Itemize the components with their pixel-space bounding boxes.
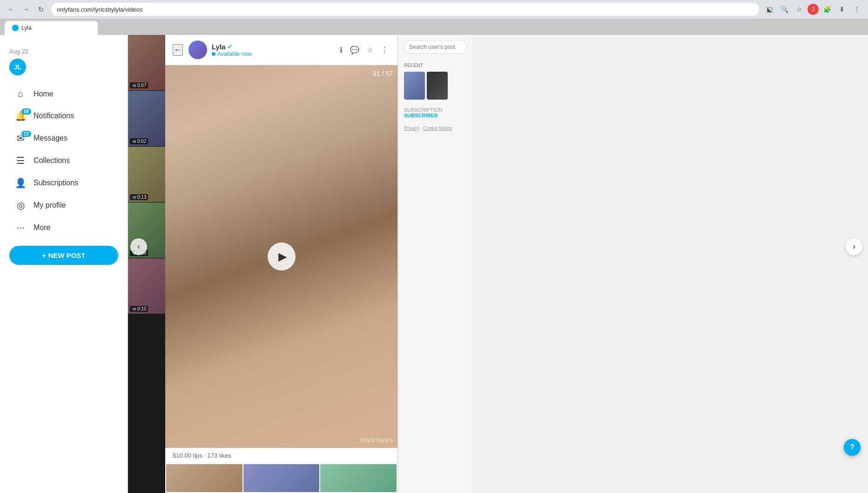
tips-amount: $10.00 tips (173, 452, 202, 459)
sidebar-label-more: More (34, 223, 50, 232)
tips-bar: $10.00 tips · 173 likes (165, 448, 397, 463)
notifications-badge: 88 (21, 108, 31, 115)
sidebar-item-myprofile[interactable]: ◎ My profile (4, 194, 124, 216)
info-button[interactable]: ℹ (338, 44, 344, 56)
next-page-button[interactable]: › (846, 238, 862, 255)
subscription-section: SUBSCRIPTION SUBSCRIBED (398, 103, 472, 122)
post-column: ← Lyla ✓ Available now (165, 35, 398, 493)
video-counter: 31 / 57 (373, 70, 393, 77)
sidebar: Aug 22 JL ⌂ Home 🔔 88 Notifications ✉ 12… (0, 35, 128, 493)
thumb-item-1[interactable]: 📹 0:07 (128, 35, 165, 91)
right-panel: RECENT SUBSCRIPTION SUBSCRIBED Privacy ·… (398, 35, 472, 493)
more-icon: ··· (15, 222, 26, 233)
sidebar-item-notifications[interactable]: 🔔 88 Notifications (4, 105, 124, 127)
more-options-button[interactable]: ⋮ (379, 44, 390, 56)
cast-button[interactable]: ⬕ (763, 3, 776, 16)
subscription-label: SUBSCRIPTION (404, 107, 467, 113)
page-nav-right: › (846, 238, 862, 255)
recent-section: RECENT (398, 59, 472, 103)
star-button[interactable]: ☆ (365, 44, 375, 56)
browser-toolbar: ← → ↻ onlyfans.com/lyricsbylyla/videos ⬕… (0, 0, 868, 19)
thumb-item-5[interactable]: 📹 0:10 (128, 258, 165, 314)
profile-button[interactable]: J (807, 4, 819, 15)
page-nav-left: ‹ (130, 238, 147, 255)
cookie-link[interactable]: Cookie Notice (423, 126, 452, 131)
play-icon: ▶ (278, 250, 287, 263)
video-overlay: ▶ (268, 243, 296, 270)
post-actions: ℹ 💬 ☆ ⋮ (338, 44, 390, 56)
help-button[interactable]: ? (844, 439, 861, 456)
thumb-item-3[interactable]: 📹 0:13 (128, 147, 165, 203)
strip-thumb-1[interactable] (166, 464, 242, 492)
browser-chrome: ← → ↻ onlyfans.com/lyricsbylyla/videos ⬕… (0, 0, 868, 35)
bookmark-button[interactable]: ☆ (793, 3, 806, 16)
recent-thumb-1[interactable] (404, 72, 425, 100)
sidebar-label-messages: Messages (34, 134, 67, 142)
video-icon-3: 📹 (132, 195, 136, 199)
active-tab[interactable]: Lyla (5, 21, 98, 35)
extensions-button[interactable]: 🧩 (821, 3, 834, 16)
thumb-duration-1: 📹 0:07 (130, 82, 148, 88)
thumb-duration-5: 📹 0:10 (130, 306, 148, 312)
video-icon-1: 📹 (132, 83, 136, 88)
online-dot (212, 52, 215, 56)
video-area[interactable]: ▶ 31 / 57 @lyricsbylyla (165, 65, 397, 448)
strip-thumb-3[interactable] (320, 464, 397, 492)
video-icon-5: 📹 (132, 307, 136, 311)
prev-page-button[interactable]: ‹ (130, 238, 147, 255)
nav-buttons: ← → ↻ (5, 3, 47, 16)
thumb-duration-2: 📹 0:02 (130, 138, 148, 144)
bottom-strip (165, 463, 397, 493)
verified-icon: ✓ (227, 43, 233, 50)
of-content: 📹 0:07 📹 0:02 📹 0:13 (128, 35, 868, 493)
thumb-duration-3: 📹 0:13 (130, 194, 148, 200)
thumb-item-2[interactable]: 📹 0:02 (128, 91, 165, 147)
post-username: Lyla ✓ (212, 43, 252, 51)
subscriptions-icon: 👤 (15, 177, 26, 189)
main-content: Aug 22 JL ⌂ Home 🔔 88 Notifications ✉ 12… (0, 35, 868, 493)
post-profile: Lyla ✓ Available now (188, 41, 338, 59)
video-icon-2: 📹 (132, 139, 136, 143)
messages-badge: 12 (21, 131, 31, 137)
sidebar-item-messages[interactable]: ✉ 12 Messages (4, 127, 124, 149)
sidebar-label-collections: Collections (34, 156, 70, 165)
sidebar-item-subscriptions[interactable]: 👤 Subscriptions (4, 172, 124, 194)
browser-actions: ⬕ 🔍 ☆ J 🧩 ⬇ ⋮ (763, 3, 863, 16)
menu-button[interactable]: ⋮ (850, 3, 863, 16)
sidebar-label-home: Home (34, 90, 54, 98)
footer-links: Privacy · Cookie Notice (398, 122, 472, 135)
sidebar-item-more[interactable]: ··· More (4, 216, 124, 238)
online-status: Available now (212, 51, 252, 57)
post-user-info: Lyla ✓ Available now (212, 43, 252, 57)
forward-button[interactable]: → (20, 3, 33, 16)
sidebar-item-collections[interactable]: ☰ Collections (4, 149, 124, 172)
back-button[interactable]: ← (5, 3, 18, 16)
tab-favicon (12, 25, 19, 31)
download-button[interactable]: ⬇ (835, 3, 848, 16)
sidebar-label-subscriptions: Subscriptions (34, 179, 78, 187)
recent-label: RECENT (404, 63, 467, 68)
likes-count: 173 likes (207, 452, 231, 459)
search-input[interactable] (404, 41, 467, 54)
recent-thumbs (404, 72, 467, 100)
strip-thumb-2[interactable] (243, 464, 320, 492)
back-to-feed-button[interactable]: ← (173, 44, 183, 56)
recent-thumb-2[interactable] (427, 72, 448, 100)
new-post-button[interactable]: + NEW POST (9, 246, 118, 265)
sidebar-date: Aug 22 (0, 44, 128, 59)
message-button[interactable]: 💬 (348, 44, 361, 56)
play-button[interactable]: ▶ (268, 243, 296, 270)
privacy-link[interactable]: Privacy (404, 126, 419, 131)
sidebar-avatar[interactable]: JL (9, 59, 26, 75)
post-avatar (188, 41, 207, 59)
reload-button[interactable]: ↻ (34, 3, 47, 16)
address-bar[interactable]: onlyfans.com/lyricsbylyla/videos (51, 3, 759, 16)
video-watermark: @lyricsbylyla (360, 437, 393, 443)
search-container (398, 35, 472, 59)
sidebar-label-notifications: Notifications (34, 112, 74, 120)
tab-bar: Lyla (0, 19, 868, 35)
sidebar-item-home[interactable]: ⌂ Home (4, 83, 124, 105)
sidebar-label-myprofile: My profile (34, 201, 66, 209)
tab-label: Lyla (21, 25, 32, 31)
zoom-button[interactable]: 🔍 (778, 3, 791, 16)
